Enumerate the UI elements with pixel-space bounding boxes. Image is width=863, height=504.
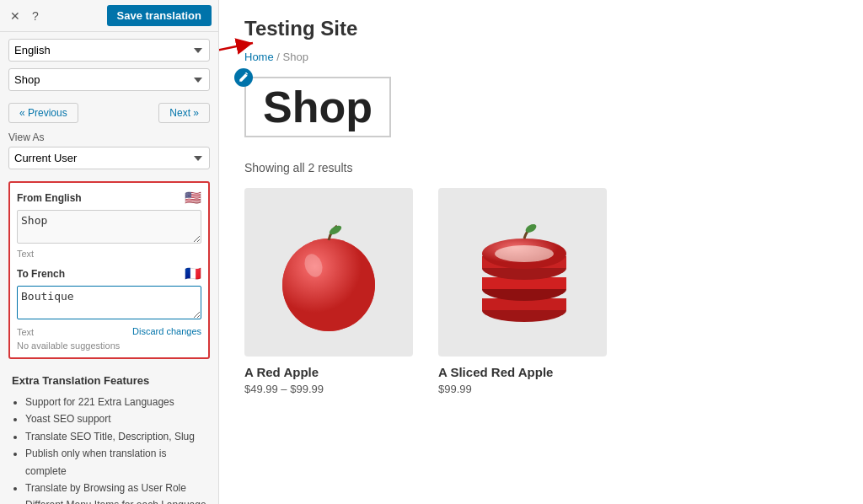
content-select-section: Shop Home About xyxy=(0,68,218,98)
product-name: A Sliced Red Apple xyxy=(438,365,607,379)
sliced-apple-image xyxy=(455,205,590,340)
breadcrumb-current: Shop xyxy=(283,51,308,63)
list-item: Yoast SEO support xyxy=(25,410,206,427)
site-content: Testing Site Home / Shop xyxy=(219,0,863,412)
close-button[interactable]: ✕ xyxy=(7,8,24,24)
to-field-label: Text xyxy=(17,327,34,337)
view-as-label: View As xyxy=(8,131,210,143)
from-lang-label: From English xyxy=(17,192,82,204)
list-item: Publish only when translation is complet… xyxy=(25,445,206,480)
extra-features-heading: Extra Translation Features xyxy=(12,374,206,387)
view-as-section: View As Current User Administrator Edito… xyxy=(0,128,218,176)
svg-point-14 xyxy=(495,245,554,262)
list-item: Translate by Browsing as User Role xyxy=(25,480,206,496)
red-apple-image xyxy=(261,205,396,340)
view-as-select[interactable]: Current User Administrator Editor xyxy=(8,147,210,169)
product-price: $99.99 xyxy=(438,383,607,395)
left-panel: ✕ ? Save translation English French Span… xyxy=(0,0,219,504)
shop-title-container: Shop xyxy=(244,77,391,137)
language-select[interactable]: English French Spanish German xyxy=(8,39,210,62)
site-title: Testing Site xyxy=(244,17,838,40)
discard-changes-link[interactable]: Discard changes xyxy=(132,326,201,336)
nav-buttons: « Previous Next » xyxy=(0,98,218,128)
top-toolbar: ✕ ? Save translation xyxy=(0,0,218,32)
product-image xyxy=(244,188,413,357)
product-price: $49.99 – $99.99 xyxy=(244,383,413,395)
content-select[interactable]: Shop Home About xyxy=(8,68,210,91)
product-image xyxy=(438,188,607,357)
next-button[interactable]: Next » xyxy=(158,103,210,123)
pencil-icon xyxy=(239,72,249,83)
to-field-row: Text Discard changes xyxy=(17,324,201,337)
to-flag: 🇫🇷 xyxy=(185,265,201,281)
to-lang-header: To French 🇫🇷 xyxy=(17,265,201,281)
extra-features-list: Support for 221 Extra Languages Yoast SE… xyxy=(12,394,206,504)
from-field-label: Text xyxy=(17,249,201,259)
shop-title-box: Shop xyxy=(244,77,391,137)
breadcrumb-home-link[interactable]: Home xyxy=(244,51,274,63)
extra-features-section: Extra Translation Features Support for 2… xyxy=(0,364,218,504)
right-panel: Testing Site Home / Shop xyxy=(219,0,863,504)
list-item: Translate SEO Title, Description, Slug xyxy=(25,428,206,445)
no-suggestions-text: No available suggestions xyxy=(17,340,201,351)
list-item: Different Menu Items for each Language xyxy=(25,496,206,504)
save-translation-button[interactable]: Save translation xyxy=(107,5,212,26)
showing-results: Showing all 2 results xyxy=(244,161,838,174)
breadcrumb-separator: / xyxy=(276,51,282,63)
product-card: A Sliced Red Apple $99.99 xyxy=(438,188,607,395)
product-name: A Red Apple xyxy=(244,365,413,379)
product-card: A Red Apple $49.99 – $99.99 xyxy=(244,188,413,395)
edit-shop-title-button[interactable] xyxy=(234,68,253,87)
from-flag: 🇺🇸 xyxy=(185,190,201,206)
help-button[interactable]: ? xyxy=(29,8,42,24)
from-text-input[interactable]: Shop xyxy=(17,210,201,244)
prev-button[interactable]: « Previous xyxy=(8,103,78,123)
language-select-section: English French Spanish German xyxy=(0,32,218,68)
to-lang-label: To French xyxy=(17,268,65,280)
to-text-input[interactable]: Boutique xyxy=(17,286,201,319)
translation-box: From English 🇺🇸 Shop Text To French 🇫🇷 B… xyxy=(8,181,210,359)
shop-heading: Shop xyxy=(263,83,373,131)
from-lang-header: From English 🇺🇸 xyxy=(17,190,201,206)
list-item: Support for 221 Extra Languages xyxy=(25,394,206,410)
breadcrumb: Home / Shop xyxy=(244,51,838,63)
products-grid: A Red Apple $49.99 – $99.99 xyxy=(244,188,838,395)
svg-point-3 xyxy=(282,239,375,331)
